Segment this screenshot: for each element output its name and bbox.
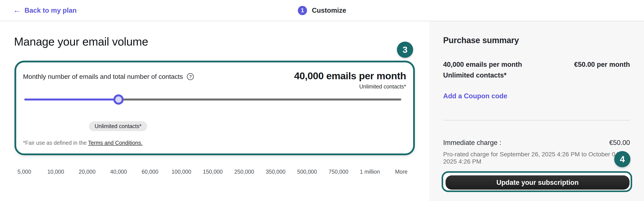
purchase-summary-title: Purchase summary [443, 36, 519, 45]
slider-tick-label: 60,000 [142, 168, 158, 175]
line-item-name: 40,000 emails per month [443, 61, 522, 68]
slider-tick-label: 1 million [360, 168, 380, 175]
slider-fill [24, 98, 118, 100]
line-item-contacts: Unlimited contacts* [443, 72, 506, 79]
top-bar: ← Back to my plan 1 Customize [0, 0, 644, 21]
slider-tick-row: 5,00010,00020,00040,00060,000100,000150,… [24, 168, 401, 175]
slider-tick-label: 20,000 [79, 168, 96, 175]
immediate-charge-row: Immediate charge : €50.00 [443, 139, 630, 147]
slider-tick-label: 100,000 [172, 168, 191, 175]
immediate-charge-value: €50.00 [609, 139, 630, 147]
back-link[interactable]: ← Back to my plan [13, 0, 77, 21]
slider-tick-label: 40,000 [110, 168, 127, 175]
email-volume-card: Monthly number of emails and total numbe… [14, 61, 415, 155]
slider-tick-label: 5,000 [18, 168, 31, 175]
line-item-price: €50.00 per month [574, 61, 630, 68]
unlimited-contacts-badge: Unlimited contacts* [89, 121, 147, 131]
immediate-charge-label: Immediate charge : [443, 139, 501, 147]
footnote-text: *Fair use as defined in the [23, 140, 88, 146]
fair-use-footnote: *Fair use as defined in the Terms and Co… [23, 140, 142, 146]
slider-tick-label: 10,000 [47, 168, 64, 175]
slider-tick-label: 150,000 [203, 168, 222, 175]
step-number-badge: 1 [298, 6, 307, 15]
summary-divider [443, 120, 630, 120]
prorate-note: Pro-rated charge for September 26, 2025 … [443, 151, 630, 165]
stepper: 1 Customize [298, 0, 346, 21]
page: ← Back to my plan 1 Customize Manage you… [0, 0, 644, 201]
back-arrow-icon: ← [13, 6, 21, 14]
summary-line-item: 40,000 emails per month €50.00 per month [443, 61, 630, 68]
step-label: Customize [312, 6, 346, 14]
back-link-label: Back to my plan [24, 6, 77, 14]
annotation-cta-outline: Update your subscription [442, 171, 632, 192]
annotation-step-4-badge: 4 [614, 151, 630, 167]
annotation-step-3-badge: 3 [397, 42, 413, 58]
update-subscription-button[interactable]: Update your subscription [446, 176, 630, 190]
purchase-summary-panel: Purchase summary 40,000 emails per month… [429, 21, 644, 201]
slider-tick-label: 750,000 [328, 168, 348, 175]
terms-and-conditions-link[interactable]: Terms and Conditions. [88, 140, 142, 146]
slider-tick-label: More [395, 168, 408, 175]
slider-handle[interactable] [114, 94, 124, 105]
page-title: Manage your email volume [14, 35, 148, 48]
slider-tick-label: 250,000 [234, 168, 254, 175]
slider-track[interactable] [24, 98, 401, 100]
slider-tick-label: 500,000 [297, 168, 317, 175]
add-coupon-link[interactable]: Add a Coupon code [443, 92, 507, 100]
slider-tick-label: 350,000 [266, 168, 286, 175]
